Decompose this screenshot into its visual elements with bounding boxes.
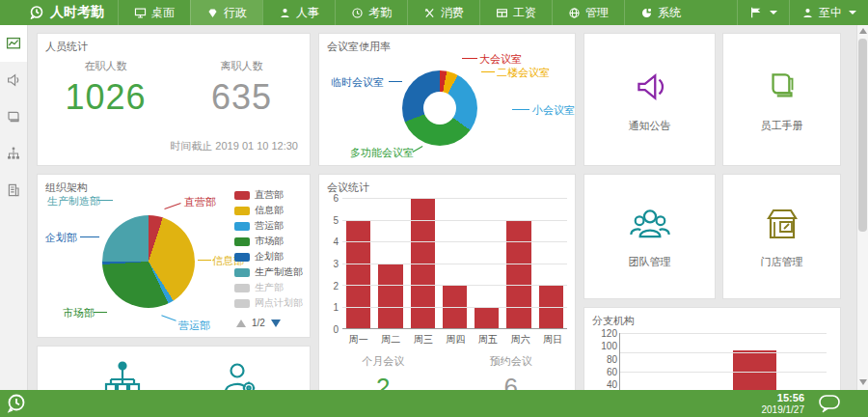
legend-label: 企划部 <box>255 250 284 264</box>
language-flag-button[interactable] <box>737 0 789 25</box>
y-tick-label: 2 <box>333 280 339 291</box>
legend-item[interactable]: 企划部 <box>234 249 303 264</box>
vertical-scrollbar[interactable] <box>856 25 868 390</box>
tile-label: 门店管理 <box>761 255 803 269</box>
nav-item-administration[interactable]: 行政 <box>190 0 262 25</box>
card-org-structure: 组织架构 直营部 信息部 营运部 市场部 企划部 生产制造部 直营部 信息部 营… <box>37 174 311 338</box>
dashboard-chart-icon <box>6 36 21 51</box>
card-title: 组织架构 <box>45 181 88 195</box>
x-tick-label: 周四 <box>440 333 473 347</box>
gridline <box>342 264 567 264</box>
scrollbar-thumb[interactable] <box>858 39 867 232</box>
pie-label: 市场部 <box>63 306 95 320</box>
legend-item[interactable]: 直营部 <box>234 187 303 203</box>
gridline <box>342 241 567 242</box>
taskbar-clock-pin-icon[interactable] <box>6 393 27 414</box>
leader-line <box>94 312 107 313</box>
x-axis: 周一周二周三周四周五周六周日 <box>342 333 569 347</box>
legend-label: 直营部 <box>255 188 284 202</box>
gem-icon <box>206 7 219 19</box>
pie-chart-icon <box>640 7 653 19</box>
meeting-bar-chart: 6543210 <box>325 198 567 329</box>
stat-cutoff-time: 时间截止 2019 01 10 12:30 <box>170 139 298 153</box>
y-tick-label: 6 <box>333 193 339 204</box>
user-icon <box>801 7 814 19</box>
card-notice[interactable]: 通知公告 <box>583 33 716 166</box>
y-tick-label: 60 <box>607 367 617 377</box>
donut-label: 二楼会议室 <box>497 66 550 80</box>
stat-active-employees: 在职人数 1026 <box>38 59 174 118</box>
tile-label: 通知公告 <box>629 119 671 133</box>
sidebar-item-handbook[interactable] <box>0 98 27 135</box>
nav-item-management[interactable]: 管理 <box>552 0 624 25</box>
gridline <box>620 333 827 334</box>
leader-line <box>389 81 402 82</box>
nav-right: 至中 <box>737 0 868 25</box>
sidebar-item-branches[interactable] <box>0 172 27 208</box>
scroll-down-icon[interactable] <box>859 379 867 385</box>
legend-item-disabled[interactable]: 生产部 <box>234 280 303 295</box>
megaphone-icon <box>628 67 672 107</box>
x-tick-label: 周二 <box>375 333 408 347</box>
user-name: 至中 <box>819 5 842 21</box>
legend-page-up-icon[interactable] <box>236 320 246 327</box>
pie-label: 营运部 <box>178 319 210 333</box>
desktop-icon <box>134 7 147 19</box>
gridline <box>620 352 827 353</box>
card-store[interactable]: 门店管理 <box>722 174 841 299</box>
y-tick-label: 100 <box>601 341 617 351</box>
bottom-bar: 15:56 2019/1/27 <box>0 390 868 417</box>
scroll-up-icon[interactable] <box>859 28 867 34</box>
card-handbook[interactable]: 员工手册 <box>722 33 841 166</box>
bar <box>475 307 499 329</box>
x-tick-label: 周一 <box>342 333 375 347</box>
legend-item[interactable]: 市场部 <box>234 234 303 249</box>
nav-item-attendance[interactable]: 考勤 <box>335 0 407 25</box>
nav-item-system[interactable]: 系统 <box>624 0 696 25</box>
nav-item-consumption[interactable]: 消费 <box>407 0 479 25</box>
nav-item-desktop[interactable]: 桌面 <box>118 0 190 25</box>
y-tick-label: 0 <box>333 324 339 335</box>
y-axis: 6543210 <box>325 198 340 329</box>
plot-area <box>342 198 567 329</box>
sidebar-item-org-structure[interactable] <box>0 135 27 172</box>
sidebar-item-announcements[interactable] <box>0 62 27 98</box>
caret-down-icon <box>849 11 856 14</box>
person-icon <box>279 7 291 19</box>
app-window: 人时考勤 桌面 行政 人事 考勤 消费 <box>0 0 868 417</box>
main-content: 人员统计 在职人数 1026 离职人数 635 时间截止 2019 01 10 … <box>27 25 856 390</box>
taskbar-clock: 15:56 2019/1/27 <box>762 392 805 415</box>
legend-item[interactable]: 信息部 <box>234 203 303 218</box>
tile-label: 团队管理 <box>629 255 671 269</box>
stat-label: 预约会议 <box>448 354 576 369</box>
pie-label: 企划部 <box>45 231 77 245</box>
cutlery-icon <box>423 7 436 19</box>
y-tick-label: 80 <box>607 353 617 364</box>
handbook-icon <box>762 67 802 107</box>
pie-label: 直营部 <box>184 195 216 209</box>
chat-bubble-icon[interactable] <box>818 394 841 413</box>
user-menu[interactable]: 至中 <box>789 0 868 25</box>
leader-line <box>512 109 529 110</box>
nav-item-hr[interactable]: 人事 <box>262 0 335 25</box>
donut-label: 小会议室 <box>532 103 575 118</box>
nav-item-salary[interactable]: 工资 <box>479 0 552 25</box>
card-title: 分支机构 <box>592 314 635 328</box>
sidebar-item-dashboard[interactable] <box>0 25 27 62</box>
gridline <box>342 307 567 308</box>
sidebar <box>0 25 28 390</box>
personnel-stats: 在职人数 1026 离职人数 635 <box>38 59 310 118</box>
stat-label: 在职人数 <box>38 59 174 73</box>
legend-swatch <box>234 191 250 200</box>
legend-item-disabled[interactable]: 网点计划部 <box>234 295 303 311</box>
legend-item[interactable]: 生产制造部 <box>234 264 303 280</box>
card-team[interactable]: 团队管理 <box>583 174 716 299</box>
legend-item[interactable]: 营运部 <box>234 218 303 234</box>
leader-line <box>164 203 180 209</box>
legend-page-down-icon[interactable] <box>271 320 281 327</box>
leader-line <box>198 260 211 261</box>
legend-label: 市场部 <box>255 235 284 248</box>
legend-swatch <box>234 284 250 292</box>
app-title: 人时考勤 <box>50 4 104 21</box>
x-tick-label: 周日 <box>536 333 569 347</box>
